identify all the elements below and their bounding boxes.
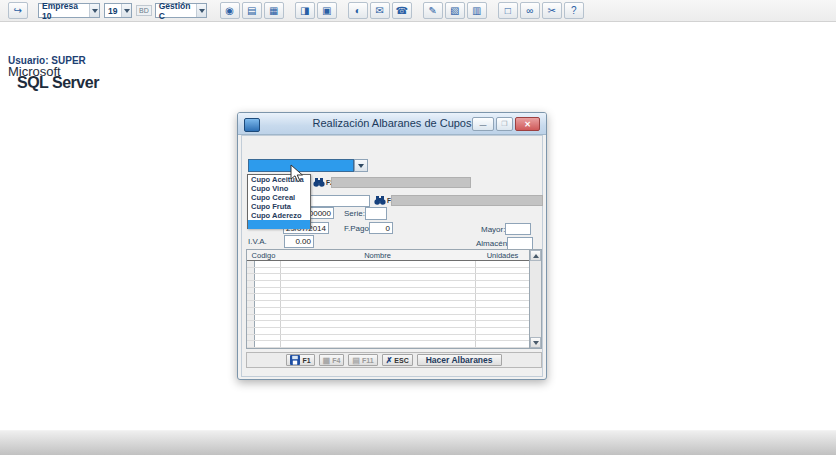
dialog-titlebar[interactable]: Realización Albaranes de Cupos — ❐ ✕	[238, 113, 546, 135]
exit-icon: ↪	[14, 5, 22, 16]
delete-key-label: F4	[332, 357, 340, 364]
lookup2-description-field	[391, 195, 543, 206]
esc-key-label: ESC	[394, 357, 408, 364]
tools-icon: ✂	[548, 5, 556, 16]
empresa-select-value: Empresa 10	[42, 1, 89, 21]
toolbar-button-document[interactable]: □	[498, 2, 518, 19]
mayor-field[interactable]	[505, 223, 531, 235]
sql-server-logo-line2: SQL Server	[17, 74, 99, 92]
printer-icon: ▤	[352, 356, 360, 365]
globe-icon: ◐	[355, 5, 361, 16]
report-icon: ▥	[472, 5, 481, 16]
option-cupo-aderezo[interactable]: Cupo Aderezo	[248, 211, 310, 220]
toolbar-button-table[interactable]: ▦	[264, 2, 284, 19]
binoculars-icon: ◉	[225, 5, 234, 16]
mail-icon: ✉	[376, 5, 384, 16]
empresa-select[interactable]: Empresa 10	[38, 3, 100, 18]
edit-icon: ✎	[429, 5, 437, 16]
column-codigo: Codigo	[247, 250, 280, 260]
gestion-select[interactable]: Gestión C	[155, 3, 207, 18]
save-disk-icon	[290, 355, 300, 365]
iva-label: I.V.A.	[248, 237, 267, 246]
ejercicio-select[interactable]: 19	[104, 3, 132, 18]
minimize-button[interactable]: —	[472, 117, 494, 131]
table-icon: ▦	[269, 5, 278, 16]
mouse-cursor	[290, 164, 304, 184]
binoculars-icon	[313, 178, 325, 187]
option-empty-selected[interactable]	[248, 220, 310, 229]
hacer-albaranes-button[interactable]: Hacer Albaranes	[417, 354, 502, 366]
toolbar-button-report[interactable]: ▥	[467, 2, 487, 19]
serie-label: Serie:	[344, 209, 365, 218]
table-row[interactable]	[247, 328, 530, 335]
table-row[interactable]	[247, 274, 530, 281]
scroll-down-icon[interactable]	[530, 337, 541, 348]
exit-button[interactable]: ↪	[8, 2, 28, 19]
toolbar-button-edit[interactable]: ✎	[423, 2, 443, 19]
option-cupo-cereal[interactable]: Cupo Cereal	[248, 193, 310, 202]
toolbar-button-phone[interactable]: ☎	[392, 2, 412, 19]
delete-button[interactable]: ▦ F4	[319, 354, 345, 366]
close-button[interactable]: ✕	[515, 117, 540, 131]
column-nombre: Nombre	[280, 250, 475, 260]
toolbar-button-printer[interactable]: ▤	[242, 2, 262, 19]
toolbar: ↪ Empresa 10 19 BD Gestión C ◉ ▤ ▦ ◨ ▣ ◐…	[0, 0, 836, 22]
lookup1-description-field	[331, 177, 471, 188]
bottom-strip	[0, 430, 836, 455]
chevron-down-icon	[196, 4, 205, 17]
toolbar-button-link[interactable]: ∞	[520, 2, 540, 19]
fpago-field[interactable]: 0	[369, 222, 393, 234]
grid-icon: ▧	[450, 5, 459, 16]
table-row[interactable]	[247, 294, 530, 301]
table-row[interactable]	[247, 341, 530, 348]
table-row[interactable]	[247, 321, 530, 328]
print-key-label: F11	[362, 357, 374, 364]
save-button[interactable]: F1	[286, 354, 314, 366]
mayor-label: Mayor:	[481, 225, 505, 234]
dialog-footer: F1 ▦ F4 ▤ F11 ✗ ESC Hacer Albaranes	[246, 352, 542, 368]
toolbar-button-tools[interactable]: ✂	[542, 2, 562, 19]
scroll-up-icon[interactable]	[530, 250, 541, 261]
binoculars-icon	[374, 196, 386, 205]
print-button[interactable]: ▤ F11	[348, 354, 377, 366]
serie-field[interactable]	[365, 207, 387, 220]
printer-icon: ▤	[247, 5, 256, 16]
monitor-icon: ▣	[322, 5, 331, 16]
iva-field[interactable]: 0.00	[284, 235, 314, 248]
option-cupo-vino[interactable]: Cupo Vino	[248, 184, 310, 193]
toolbar-button-globe[interactable]: ◐	[348, 2, 368, 19]
maximize-button[interactable]: ❐	[496, 117, 513, 131]
escape-button[interactable]: ✗ ESC	[382, 354, 413, 366]
toolbar-button-binoculars[interactable]: ◉	[220, 2, 240, 19]
table-header: Codigo Nombre Unidades	[247, 250, 530, 261]
close-x-icon: ✗	[386, 356, 393, 365]
chevron-down-icon	[89, 4, 99, 17]
almacen-label: Almacén:	[476, 239, 509, 248]
table-row[interactable]	[247, 281, 530, 288]
toolbar-button-help[interactable]: ?	[564, 2, 584, 19]
table-scrollbar[interactable]	[529, 250, 541, 348]
toolbar-button-grid[interactable]: ▧	[445, 2, 465, 19]
table-row[interactable]	[247, 268, 530, 275]
option-cupo-fruta[interactable]: Cupo Fruta	[248, 202, 310, 211]
chevron-down-icon	[121, 4, 131, 17]
dialog-realizacion-albaranes: Realización Albaranes de Cupos — ❐ ✕ F2	[237, 112, 547, 380]
gestion-select-value: Gestión C	[159, 1, 197, 21]
fpago-label: F.Pago:	[344, 224, 371, 233]
table-row[interactable]	[247, 261, 530, 268]
rows-icon: ▦	[323, 356, 331, 365]
toolbar-button-mail[interactable]: ✉	[370, 2, 390, 19]
table-row[interactable]	[247, 308, 530, 315]
chevron-down-icon	[358, 164, 364, 168]
toolbar-button-chart[interactable]: ◨	[295, 2, 315, 19]
bd-label: BD	[136, 5, 152, 16]
lines-table: Codigo Nombre Unidades	[246, 249, 542, 349]
table-row[interactable]	[247, 301, 530, 308]
table-row[interactable]	[247, 288, 530, 295]
desktop: Archivo Edición Utilidades Parametrizaci…	[0, 0, 836, 470]
toolbar-button-monitor[interactable]: ▣	[317, 2, 337, 19]
document-icon: □	[505, 5, 511, 16]
table-row[interactable]	[247, 335, 530, 342]
table-row[interactable]	[247, 315, 530, 322]
combobox-dropdown-button[interactable]	[354, 159, 368, 172]
